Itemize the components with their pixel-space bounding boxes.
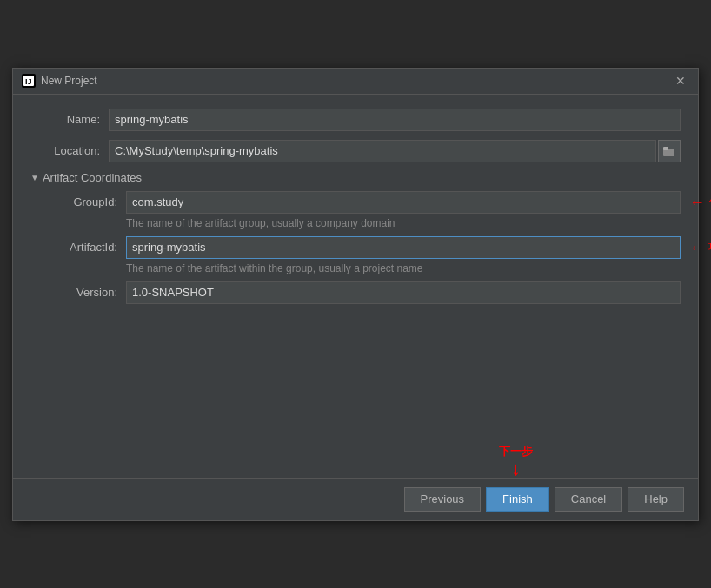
new-project-dialog: IJ New Project ✕ Name: Location: <box>12 68 699 521</box>
browse-button[interactable] <box>658 140 681 162</box>
location-label: Location: <box>30 144 109 157</box>
help-button[interactable]: Help <box>628 487 684 512</box>
groupid-label: GroupId: <box>48 195 126 208</box>
location-input[interactable] <box>109 140 656 162</box>
location-field-group <box>109 140 681 162</box>
artifactid-annotation-group: ← 项目名 <box>689 238 711 256</box>
folder-icon <box>663 146 675 156</box>
collapse-icon[interactable]: ▼ <box>30 173 39 182</box>
artifactid-input-wrapper: ← 项目名 <box>126 236 681 259</box>
title-bar-left: IJ New Project <box>22 74 97 88</box>
name-label: Name: <box>30 113 109 126</box>
groupid-annotation-group: ← 包名 <box>689 193 711 211</box>
artifactid-row: ArtifactId: ← 项目名 <box>48 236 681 259</box>
intellij-icon: IJ <box>22 74 36 88</box>
location-row: Location: <box>30 140 681 162</box>
artifactid-arrow-icon: ← <box>689 238 705 256</box>
svg-rect-4 <box>663 147 668 150</box>
dialog-title: New Project <box>41 75 97 87</box>
groupid-arrow-icon: ← <box>689 193 705 211</box>
dialog-content: Name: Location: ▼ Artifact Coordinates <box>13 95 698 478</box>
artifactid-label: ArtifactId: <box>48 241 126 254</box>
version-input-wrapper <box>126 281 681 304</box>
artifact-coordinates-label: Artifact Coordinates <box>43 171 142 184</box>
groupid-row: GroupId: ← 包名 <box>48 191 681 214</box>
title-bar: IJ New Project ✕ <box>13 69 698 95</box>
footer: 下一步 ↓ Previous Finish Cancel Help <box>13 478 698 520</box>
version-label: Version: <box>48 286 126 299</box>
name-row: Name: <box>30 109 681 131</box>
artifact-sub-form: GroupId: ← 包名 The name of the artifact g… <box>30 191 681 304</box>
finish-button[interactable]: Finish <box>486 487 549 512</box>
version-row: Version: <box>48 281 681 304</box>
name-input[interactable] <box>109 109 681 131</box>
artifactid-hint: The name of the artifact within the grou… <box>48 262 681 274</box>
version-input[interactable] <box>126 281 681 304</box>
previous-button[interactable]: Previous <box>404 487 482 512</box>
cancel-button[interactable]: Cancel <box>555 487 622 512</box>
artifact-coordinates-section: ▼ Artifact Coordinates <box>30 171 681 184</box>
close-button[interactable]: ✕ <box>672 72 689 89</box>
groupid-input[interactable] <box>126 191 681 214</box>
groupid-input-wrapper: ← 包名 <box>126 191 681 214</box>
content-spacer <box>30 307 681 464</box>
artifactid-input[interactable] <box>126 236 681 259</box>
groupid-hint: The name of the artifact group, usually … <box>48 217 681 229</box>
svg-text:IJ: IJ <box>25 77 32 86</box>
